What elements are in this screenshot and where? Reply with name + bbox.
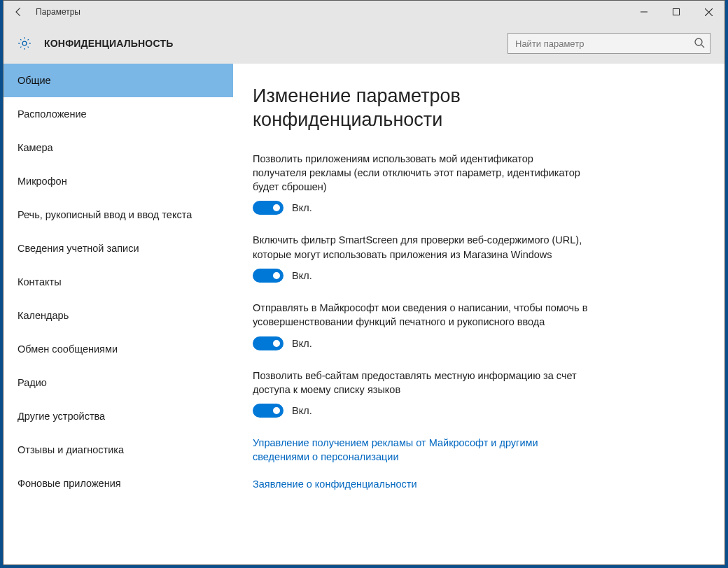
setting-description: Отправлять в Майкрософт мои сведения о н…	[253, 301, 589, 329]
sidebar-item-label: Радио	[18, 377, 47, 388]
toggle-state-label: Вкл.	[292, 202, 312, 213]
svg-point-4	[22, 41, 27, 45]
link-privacy-statement[interactable]: Заявление о конфиденциальности	[253, 477, 589, 491]
sidebar-item-account-info[interactable]: Сведения учетной записи	[4, 232, 233, 265]
setting-advertising-id: Позволить приложениям использовать мой и…	[253, 152, 589, 215]
sidebar-item-label: Другие устройства	[18, 411, 105, 422]
sidebar-item-label: Обмен сообщениями	[18, 343, 118, 355]
content-pane: Изменение параметров конфиденциальности …	[233, 64, 724, 565]
gear-icon	[4, 36, 37, 51]
sidebar-item-feedback[interactable]: Отзывы и диагностика	[4, 433, 233, 467]
setting-description: Включить фильтр SmartScreen для проверки…	[253, 233, 589, 262]
sidebar-item-label: Календарь	[18, 310, 69, 321]
toggle-typing-data[interactable]	[253, 336, 284, 350]
settings-window: Параметры КОНФИДЕНЦИАЛЬНОСТЬ Общие Распо…	[3, 0, 725, 565]
toggle-language-list[interactable]	[253, 404, 284, 418]
svg-point-5	[695, 38, 702, 45]
setting-smartscreen: Включить фильтр SmartScreen для проверки…	[253, 233, 589, 283]
titlebar: Параметры	[4, 1, 724, 23]
search-box	[507, 33, 710, 54]
sidebar-item-radio[interactable]: Радио	[4, 366, 233, 399]
svg-line-6	[701, 45, 704, 48]
close-button[interactable]	[692, 1, 724, 23]
sidebar-item-label: Микрофон	[18, 176, 67, 187]
sidebar-item-messaging[interactable]: Обмен сообщениями	[4, 332, 233, 366]
sidebar-item-other-devices[interactable]: Другие устройства	[4, 399, 233, 433]
setting-language-list: Позволить веб-сайтам предоставлять местн…	[253, 369, 589, 418]
sidebar-item-label: Контакты	[18, 276, 62, 287]
sidebar-item-background-apps[interactable]: Фоновые приложения	[4, 467, 233, 500]
minimize-button[interactable]	[628, 1, 660, 23]
sidebar-item-general[interactable]: Общие	[4, 64, 233, 97]
toggle-advertising-id[interactable]	[253, 201, 284, 215]
toggle-smartscreen[interactable]	[253, 269, 284, 283]
sidebar-item-label: Общие	[18, 75, 51, 86]
svg-rect-1	[673, 9, 680, 15]
sidebar: Общие Расположение Камера Микрофон Речь,…	[4, 64, 233, 565]
sidebar-item-label: Отзывы и диагностика	[18, 444, 124, 455]
sidebar-item-label: Камера	[18, 142, 53, 153]
content-heading: Изменение параметров конфиденциальности	[253, 85, 589, 132]
sidebar-item-label: Сведения учетной записи	[18, 243, 139, 254]
toggle-state-label: Вкл.	[292, 405, 312, 416]
back-button[interactable]	[4, 1, 34, 23]
header: КОНФИДЕНЦИАЛЬНОСТЬ	[4, 23, 724, 64]
sidebar-item-camera[interactable]: Камера	[4, 131, 233, 164]
sidebar-item-microphone[interactable]: Микрофон	[4, 164, 233, 198]
setting-typing-data: Отправлять в Майкрософт мои сведения о н…	[253, 301, 589, 350]
maximize-button[interactable]	[660, 1, 692, 23]
search-input[interactable]	[507, 33, 710, 54]
link-ad-management[interactable]: Управление получением рекламы от Майкрос…	[253, 436, 589, 464]
sidebar-item-calendar[interactable]: Календарь	[4, 299, 233, 332]
section-title: КОНФИДЕНЦИАЛЬНОСТЬ	[37, 38, 173, 49]
toggle-state-label: Вкл.	[292, 338, 312, 349]
sidebar-item-speech[interactable]: Речь, рукописный ввод и ввод текста	[4, 198, 233, 232]
sidebar-item-label: Фоновые приложения	[18, 478, 121, 489]
toggle-state-label: Вкл.	[292, 270, 312, 281]
setting-description: Позволить веб-сайтам предоставлять местн…	[253, 369, 589, 397]
sidebar-item-contacts[interactable]: Контакты	[4, 265, 233, 299]
sidebar-item-label: Речь, рукописный ввод и ввод текста	[18, 209, 192, 220]
sidebar-item-location[interactable]: Расположение	[4, 97, 233, 131]
search-icon[interactable]	[694, 37, 705, 48]
setting-description: Позволить приложениям использовать мой и…	[253, 152, 589, 194]
window-title: Параметры	[34, 7, 80, 17]
sidebar-item-label: Расположение	[18, 108, 87, 120]
